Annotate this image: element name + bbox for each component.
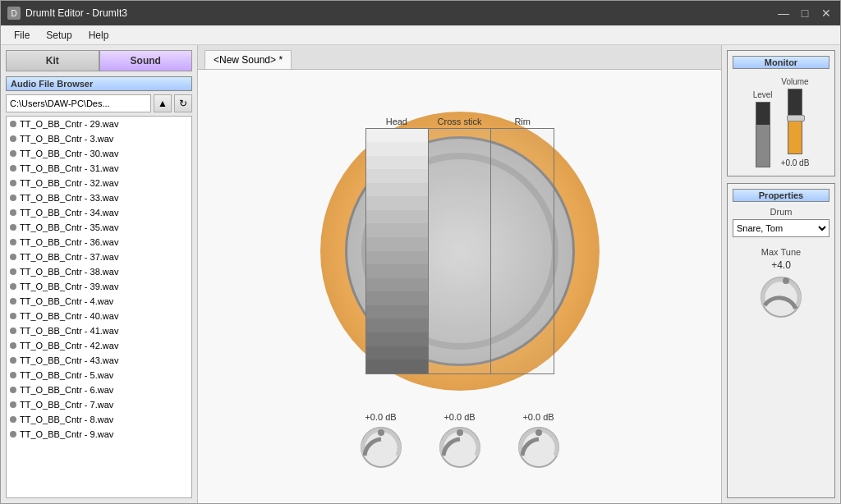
file-item[interactable]: TT_O_BB_Cntr - 42.wav [7, 338, 191, 353]
volume-thumb[interactable] [787, 115, 805, 121]
sound-tab[interactable]: <New Sound> * [205, 50, 292, 69]
file-item[interactable]: TT_O_BB_Cntr - 37.wav [7, 250, 191, 264]
file-item[interactable]: TT_O_BB_Cntr - 36.wav [7, 235, 191, 250]
file-item[interactable]: TT_O_BB_Cntr - 4.wav [7, 294, 191, 309]
app-icon: D [7, 7, 21, 20]
menu-bar: File Setup Help [1, 25, 840, 45]
file-name: TT_O_BB_Cntr - 32.wav [20, 178, 118, 188]
file-dot-icon [10, 121, 16, 127]
rim-knob[interactable] [516, 424, 562, 470]
file-item[interactable]: TT_O_BB_Cntr - 30.wav [7, 146, 191, 161]
file-name: TT_O_BB_Cntr - 7.wav [20, 400, 113, 410]
maximize-button[interactable]: □ [797, 6, 812, 21]
file-item[interactable]: TT_O_BB_Cntr - 9.wav [7, 427, 191, 442]
crossstick-knob[interactable] [437, 424, 483, 470]
knobs-row: +0.0 dB +0.0 dB [358, 412, 562, 470]
volume-bar-fill [788, 118, 802, 153]
file-item[interactable]: TT_O_BB_Cntr - 6.wav [7, 383, 191, 397]
menu-help[interactable]: Help [80, 28, 117, 43]
head-velocity-column[interactable] [366, 129, 429, 373]
file-item[interactable]: TT_O_BB_Cntr - 43.wav [7, 353, 191, 368]
properties-section: Properties Drum Snare, TomKickHiHatCymba… [727, 183, 835, 498]
file-name: TT_O_BB_Cntr - 3.wav [20, 134, 113, 144]
file-name: TT_O_BB_Cntr - 5.wav [20, 370, 113, 380]
browser-refresh-button[interactable]: ↻ [174, 94, 192, 112]
menu-file[interactable]: File [6, 28, 38, 43]
file-dot-icon [10, 416, 16, 423]
rim-velocity-column[interactable] [491, 129, 553, 373]
file-dot-icon [10, 268, 16, 275]
file-list[interactable]: TT_O_BB_Cntr - 29.wavTT_O_BB_Cntr - 3.wa… [6, 116, 192, 498]
menu-setup[interactable]: Setup [38, 28, 80, 43]
file-item[interactable]: TT_O_BB_Cntr - 33.wav [7, 190, 191, 205]
window-controls: — □ ✕ [776, 6, 834, 21]
file-item[interactable]: TT_O_BB_Cntr - 3.wav [7, 131, 191, 146]
tab-kit[interactable]: Kit [6, 50, 99, 71]
monitor-content: Level Volume +0.0 dB [733, 74, 830, 171]
app-title: DrumIt Editor - DrumIt3 [25, 7, 127, 19]
file-item[interactable]: TT_O_BB_Cntr - 40.wav [7, 309, 191, 323]
file-dot-icon [10, 209, 16, 216]
file-name: TT_O_BB_Cntr - 33.wav [20, 193, 118, 203]
crossstick-velocity-column[interactable] [429, 129, 491, 373]
file-dot-icon [10, 401, 16, 408]
browser-up-button[interactable]: ▲ [154, 94, 172, 112]
tab-sound[interactable]: Sound [99, 50, 193, 71]
file-dot-icon [10, 431, 16, 438]
file-name: TT_O_BB_Cntr - 34.wav [20, 208, 118, 218]
browser-path-row: ▲ ↻ [6, 94, 192, 112]
drum-type-label: Drum [733, 207, 830, 217]
close-button[interactable]: ✕ [819, 6, 834, 21]
volume-slider[interactable] [788, 89, 802, 154]
file-dot-icon [10, 239, 16, 245]
level-bar-fill [756, 125, 770, 167]
file-dot-icon [10, 165, 16, 172]
svg-point-7 [783, 277, 789, 284]
browser-title: Audio File Browser [6, 76, 192, 91]
file-item[interactable]: TT_O_BB_Cntr - 32.wav [7, 176, 191, 190]
volume-value: +0.0 dB [781, 158, 810, 167]
file-dot-icon [10, 313, 16, 319]
file-item[interactable]: TT_O_BB_Cntr - 5.wav [7, 368, 191, 383]
velocity-columns [365, 128, 554, 374]
file-item[interactable]: TT_O_BB_Cntr - 7.wav [7, 397, 191, 412]
file-dot-icon [10, 387, 16, 393]
svg-point-3 [457, 429, 463, 436]
file-item[interactable]: TT_O_BB_Cntr - 41.wav [7, 323, 191, 338]
file-name: TT_O_BB_Cntr - 30.wav [20, 149, 118, 158]
file-item[interactable]: TT_O_BB_Cntr - 29.wav [7, 117, 191, 131]
file-item[interactable]: TT_O_BB_Cntr - 8.wav [7, 412, 191, 427]
file-name: TT_O_BB_Cntr - 9.wav [20, 429, 113, 439]
head-knob[interactable] [358, 424, 404, 470]
file-name: TT_O_BB_Cntr - 40.wav [20, 311, 118, 321]
file-item[interactable]: TT_O_BB_Cntr - 31.wav [7, 161, 191, 176]
left-panel: Kit Sound Audio File Browser ▲ ↻ TT_O_BB… [1, 45, 198, 503]
drum-type-select[interactable]: Snare, TomKickHiHatCymbalOther [733, 219, 830, 237]
head-column-header: Head [365, 117, 429, 126]
svg-point-5 [535, 429, 542, 436]
monitor-title: Monitor [733, 56, 830, 69]
file-name: TT_O_BB_Cntr - 35.wav [20, 222, 118, 232]
file-name: TT_O_BB_Cntr - 36.wav [20, 237, 118, 247]
minimize-button[interactable]: — [776, 6, 791, 21]
file-item[interactable]: TT_O_BB_Cntr - 35.wav [7, 220, 191, 235]
file-dot-icon [10, 224, 16, 231]
tune-knob-container [733, 274, 830, 320]
file-name: TT_O_BB_Cntr - 38.wav [20, 267, 118, 277]
file-name: TT_O_BB_Cntr - 6.wav [20, 385, 113, 395]
rim-knob-group: +0.0 dB [516, 412, 562, 470]
level-column: Level [753, 90, 773, 167]
tune-knob[interactable] [758, 274, 804, 320]
file-name: TT_O_BB_Cntr - 42.wav [20, 341, 118, 351]
title-bar: D DrumIt Editor - DrumIt3 — □ ✕ [1, 1, 840, 25]
drum-display: Head Cross stick Rim [198, 70, 721, 503]
file-dot-icon [10, 180, 16, 186]
file-name: TT_O_BB_Cntr - 8.wav [20, 415, 113, 424]
file-dot-icon [10, 342, 16, 349]
rim-knob-value: +0.0 dB [522, 412, 554, 422]
browser-path-input[interactable] [6, 94, 151, 112]
file-item[interactable]: TT_O_BB_Cntr - 38.wav [7, 264, 191, 279]
svg-point-1 [378, 429, 384, 436]
file-item[interactable]: TT_O_BB_Cntr - 39.wav [7, 279, 191, 294]
file-item[interactable]: TT_O_BB_Cntr - 34.wav [7, 205, 191, 220]
